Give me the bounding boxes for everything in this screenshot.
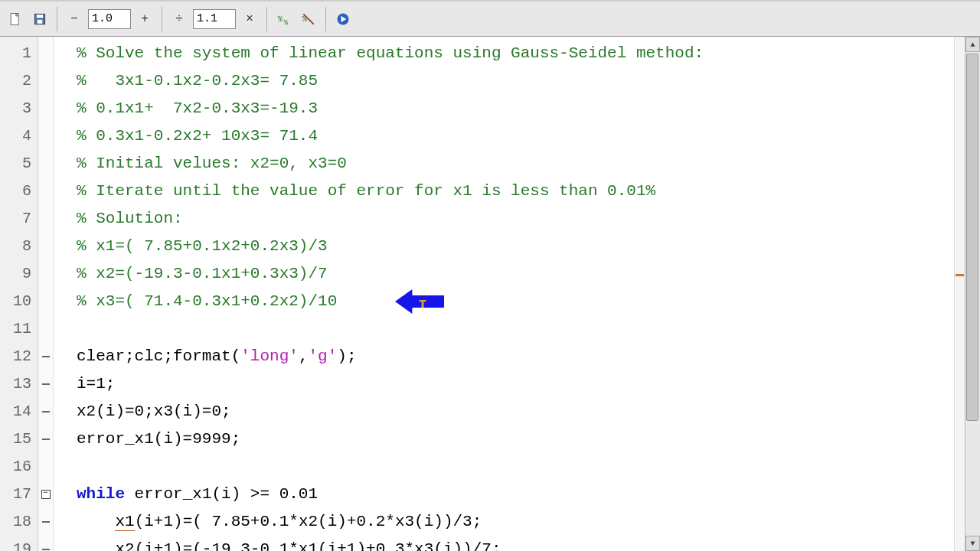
svg-rect-4 — [38, 19, 43, 23]
code-line[interactable]: % x3=( 71.4-0.3x1+0.2x2)/10 — [77, 288, 980, 315]
code-analyzer-rail — [954, 37, 965, 551]
line-number: 15 — [0, 425, 38, 453]
line-number: 1 — [0, 40, 38, 67]
code-line[interactable]: % 0.1x1+ 7x2-0.3x3=-19.3 — [77, 95, 980, 122]
line-number: 11 — [0, 315, 38, 343]
toggle-comment-icon[interactable]: %% — [273, 8, 295, 30]
code-line[interactable] — [77, 453, 980, 481]
fold-marker — [38, 67, 53, 95]
code-line[interactable]: x2(i+1)=(-19.3-0.1*x1(i+1)+0.3*x3(i))/7; — [77, 536, 980, 551]
fold-marker — [38, 150, 53, 178]
fold-marker — [38, 343, 53, 370]
zoom-out-b-button[interactable]: ÷ — [168, 8, 190, 30]
line-number: 5 — [0, 150, 38, 178]
fold-marker — [38, 122, 53, 150]
fold-marker — [38, 233, 53, 260]
code-line[interactable]: % Solution: — [77, 205, 980, 233]
fold-marker — [38, 398, 53, 425]
fold-marker — [38, 95, 53, 122]
fold-marker — [38, 315, 53, 343]
line-number: 7 — [0, 205, 38, 233]
code-line[interactable]: % Initial velues: x2=0, x3=0 — [77, 150, 980, 178]
code-line[interactable]: % Iterate until the value of error for x… — [77, 178, 980, 205]
fold-marker — [38, 260, 53, 288]
code-line[interactable]: error_x1(i)=9999; — [77, 425, 980, 453]
line-number: 13 — [0, 370, 38, 398]
line-number: 10 — [0, 288, 38, 315]
line-number: 18 — [0, 508, 38, 536]
code-area[interactable]: % Solve the system of linear equations u… — [54, 37, 980, 551]
run-section-icon[interactable] — [332, 8, 354, 30]
fold-marker — [38, 370, 53, 398]
code-line[interactable]: clear;clc;format('long','g'); — [77, 343, 980, 370]
new-file-icon[interactable] — [5, 8, 26, 30]
fold-marker — [38, 205, 53, 233]
svg-rect-3 — [37, 15, 43, 18]
fold-marker — [38, 536, 53, 551]
scroll-thumb[interactable] — [966, 54, 978, 421]
code-line[interactable]: x1(i+1)=( 7.85+0.1*x2(i)+0.2*x3(i))/3; — [77, 508, 980, 536]
zoom-a-input[interactable] — [88, 9, 131, 29]
editor-area: 12345678910111213141516171819 % Solve th… — [0, 37, 980, 551]
fold-marker — [38, 508, 53, 536]
line-number: 4 — [0, 122, 38, 150]
fold-marker — [38, 425, 53, 453]
svg-text:%: % — [278, 15, 283, 24]
line-number: 19 — [0, 536, 38, 551]
code-line[interactable]: x2(i)=0;x3(i)=0; — [77, 398, 980, 425]
fold-marker — [38, 40, 53, 67]
code-line[interactable] — [77, 315, 980, 343]
line-number-gutter: 12345678910111213141516171819 — [0, 37, 38, 551]
scroll-down-button[interactable]: ▼ — [965, 536, 980, 551]
line-number: 3 — [0, 95, 38, 122]
editor-toolbar: − + ÷ × %% % — [0, 0, 980, 37]
uncomment-icon[interactable]: % — [298, 8, 319, 30]
fold-marker — [38, 178, 53, 205]
code-line[interactable]: % x1=( 7.85+0.1x2+0.2x3)/3 — [77, 233, 980, 260]
code-line[interactable]: i=1; — [77, 370, 980, 398]
code-line[interactable]: while error_x1(i) >= 0.01 — [77, 481, 980, 508]
zoom-out-a-button[interactable]: − — [64, 8, 85, 30]
scroll-up-button[interactable]: ▲ — [965, 37, 980, 52]
line-number: 14 — [0, 398, 38, 425]
vertical-scrollbar[interactable]: ▲ ▼ — [965, 37, 980, 551]
line-number: 2 — [0, 67, 38, 95]
fold-marker — [38, 288, 53, 315]
fold-marker — [38, 453, 53, 481]
line-number: 17 — [0, 481, 38, 508]
line-number: 12 — [0, 343, 38, 370]
code-line[interactable]: % Solve the system of linear equations u… — [77, 40, 980, 67]
code-line[interactable]: % 0.3x1-0.2x2+ 10x3= 71.4 — [77, 122, 980, 150]
line-number: 9 — [0, 260, 38, 288]
code-warning-mark[interactable] — [956, 274, 964, 276]
code-line[interactable]: % 3x1-0.1x2-0.2x3= 7.85 — [77, 67, 980, 95]
fold-gutter — [38, 37, 54, 551]
zoom-in-a-button[interactable]: + — [134, 8, 155, 30]
line-number: 16 — [0, 453, 38, 481]
fold-marker[interactable] — [38, 481, 53, 508]
line-number: 8 — [0, 233, 38, 260]
save-icon[interactable] — [29, 8, 51, 30]
line-number: 6 — [0, 178, 38, 205]
zoom-in-b-button[interactable]: × — [239, 8, 260, 30]
code-line[interactable]: % x2=(-19.3-0.1x1+0.3x3)/7 — [77, 260, 980, 288]
svg-text:%: % — [284, 18, 288, 26]
zoom-b-input[interactable] — [193, 9, 236, 29]
